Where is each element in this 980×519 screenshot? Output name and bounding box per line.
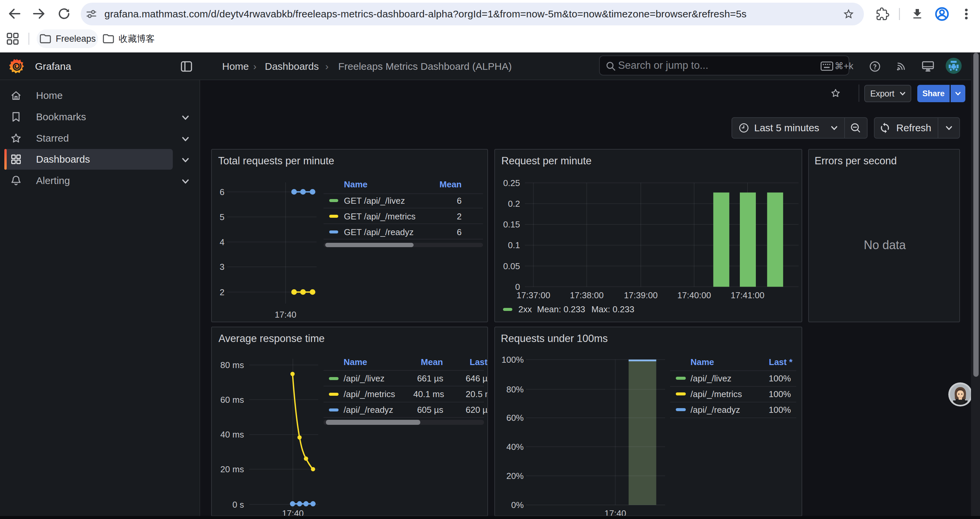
svg-text:17:38:00: 17:38:00 bbox=[570, 290, 603, 300]
svg-text:17:37:00: 17:37:00 bbox=[516, 290, 550, 300]
svg-text:20%: 20% bbox=[506, 471, 524, 481]
svg-text:0.1: 0.1 bbox=[508, 240, 520, 250]
svg-text:60%: 60% bbox=[506, 413, 524, 423]
svg-text:40 ms: 40 ms bbox=[221, 430, 244, 439]
svg-text:17:40:00: 17:40:00 bbox=[677, 290, 711, 300]
svg-text:0.15: 0.15 bbox=[503, 219, 520, 230]
svg-text:17:40: 17:40 bbox=[605, 508, 626, 516]
svg-text:17:40: 17:40 bbox=[275, 310, 296, 319]
svg-text:80%: 80% bbox=[506, 385, 524, 394]
svg-text:60 ms: 60 ms bbox=[221, 395, 244, 405]
svg-text:0.2: 0.2 bbox=[508, 199, 520, 209]
svg-text:17:41:00: 17:41:00 bbox=[730, 290, 764, 300]
svg-text:17:40: 17:40 bbox=[282, 508, 304, 516]
svg-text:4: 4 bbox=[220, 237, 224, 247]
svg-text:100%: 100% bbox=[502, 355, 524, 365]
svg-text:0.05: 0.05 bbox=[503, 261, 520, 271]
svg-text:3: 3 bbox=[220, 262, 224, 272]
svg-text:40%: 40% bbox=[506, 442, 524, 452]
svg-text:0 s: 0 s bbox=[232, 500, 244, 509]
svg-text:2: 2 bbox=[220, 287, 224, 297]
svg-text:6: 6 bbox=[220, 187, 224, 197]
svg-text:0%: 0% bbox=[511, 500, 524, 510]
svg-text:20 ms: 20 ms bbox=[221, 464, 244, 474]
svg-text:17:39:00: 17:39:00 bbox=[624, 290, 657, 300]
svg-text:5: 5 bbox=[220, 212, 224, 222]
svg-text:0.25: 0.25 bbox=[503, 178, 520, 188]
svg-text:80 ms: 80 ms bbox=[221, 360, 244, 370]
